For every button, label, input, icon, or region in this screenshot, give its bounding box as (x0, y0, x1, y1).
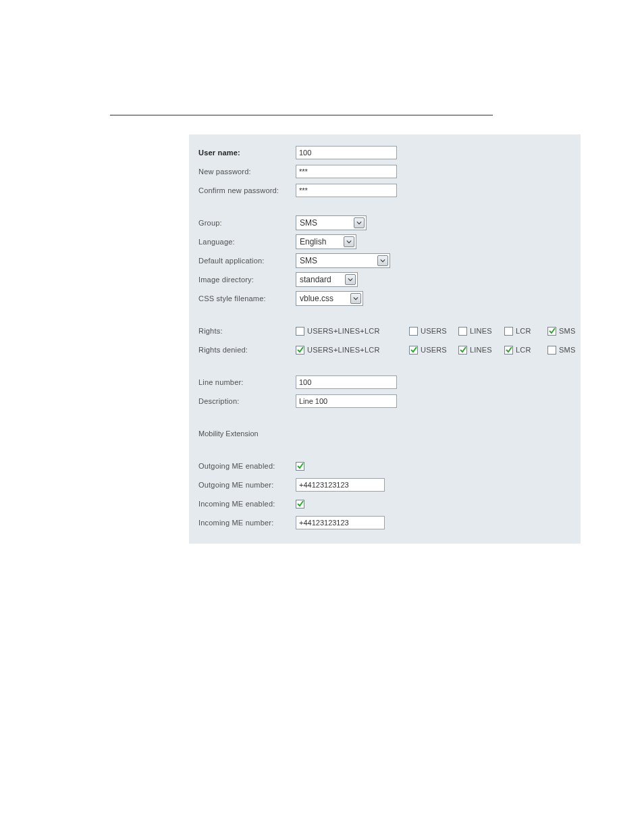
rights-label: Rights: (198, 327, 296, 335)
outgoing-me-number-label: Outgoing ME number: (198, 481, 296, 489)
image-dir-select[interactable]: standard (296, 272, 358, 287)
rights-lines-label: LINES (470, 327, 492, 335)
denied-sms-label: SMS (559, 346, 575, 354)
divider (110, 115, 493, 115)
rights-sms-label: SMS (559, 327, 575, 335)
css-filename-label: CSS style filename: (198, 294, 296, 303)
rights-lines-checkbox[interactable] (458, 327, 467, 336)
denied-lines-label: LINES (470, 346, 492, 354)
new-password-input[interactable] (296, 165, 397, 178)
line-number-label: Line number: (198, 378, 296, 386)
denied-users-checkbox[interactable] (409, 346, 418, 355)
incoming-me-number-input[interactable] (296, 516, 385, 529)
denied-lcr-label: LCR (516, 346, 531, 354)
rights-ulc-checkbox[interactable] (296, 327, 304, 336)
rights-lcr-checkbox[interactable] (504, 327, 513, 336)
default-app-label: Default application: (198, 257, 296, 265)
default-app-select[interactable]: SMS (296, 253, 390, 268)
denied-sms-checkbox[interactable] (547, 346, 556, 355)
rights-sms-checkbox[interactable] (547, 327, 556, 336)
line-description-label: Description: (198, 397, 296, 405)
username-input[interactable] (296, 146, 397, 159)
rights-users-label: USERS (421, 327, 447, 335)
image-dir-select-value: standard (300, 275, 336, 284)
incoming-me-enabled-checkbox[interactable] (296, 500, 304, 509)
denied-ulc-label: USERS+LINES+LCR (307, 346, 380, 354)
rights-lcr-label: LCR (516, 327, 531, 335)
outgoing-me-number-input[interactable] (296, 478, 385, 492)
rights-users-checkbox[interactable] (409, 327, 418, 336)
language-select-value: English (300, 237, 330, 246)
outgoing-me-enabled-checkbox[interactable] (296, 462, 304, 471)
rights-ulc-label: USERS+LINES+LCR (307, 327, 380, 335)
incoming-me-number-label: Incoming ME number: (198, 519, 296, 527)
css-filename-select-value: vblue.css (300, 294, 338, 303)
chevron-down-icon (350, 293, 361, 304)
group-label: Group: (198, 219, 296, 227)
mobility-extension-heading: Mobility Extension (198, 429, 259, 438)
chevron-down-icon (345, 274, 356, 285)
denied-lines-checkbox[interactable] (458, 346, 467, 355)
image-dir-label: Image directory: (198, 276, 296, 284)
incoming-me-enabled-label: Incoming ME enabled: (198, 500, 296, 508)
confirm-password-label: Confirm new password: (198, 186, 296, 194)
group-select[interactable]: SMS (296, 215, 367, 230)
language-select[interactable]: English (296, 234, 356, 249)
rights-denied-label: Rights denied: (198, 346, 296, 354)
outgoing-me-enabled-label: Outgoing ME enabled: (198, 462, 296, 470)
line-number-input[interactable] (296, 375, 397, 389)
denied-users-label: USERS (421, 346, 447, 354)
css-filename-select[interactable]: vblue.css (296, 291, 363, 306)
default-app-select-value: SMS (300, 256, 321, 265)
denied-lcr-checkbox[interactable] (504, 346, 513, 355)
group-select-value: SMS (300, 218, 321, 228)
confirm-password-input[interactable] (296, 184, 397, 197)
chevron-down-icon (354, 217, 365, 228)
new-password-label: New password: (198, 167, 296, 176)
username-label: User name: (198, 149, 296, 157)
chevron-down-icon (344, 236, 354, 247)
line-description-input[interactable] (296, 394, 397, 408)
language-label: Language: (198, 238, 296, 246)
chevron-down-icon (377, 255, 388, 266)
user-settings-panel: User name: New password: Confirm new pas… (189, 134, 581, 544)
denied-ulc-checkbox[interactable] (296, 346, 304, 355)
